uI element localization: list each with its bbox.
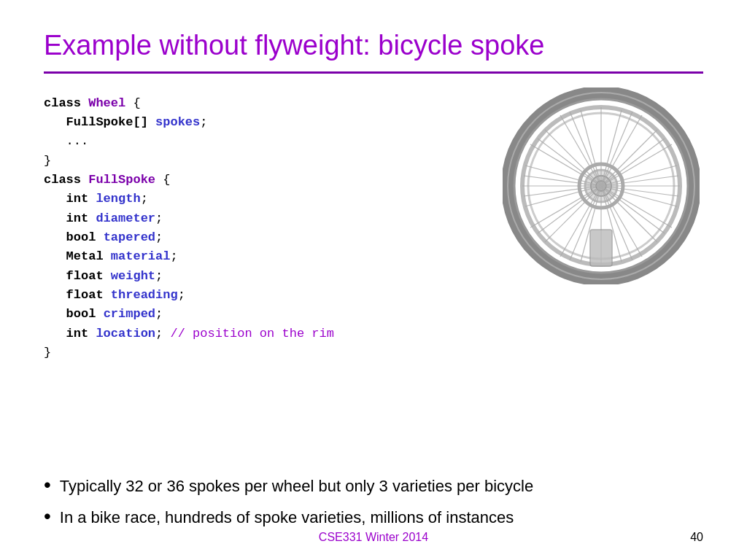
code-line-3: ...: [44, 132, 484, 151]
code-line-11: float threading;: [44, 286, 484, 305]
code-line-6: int length;: [44, 190, 484, 209]
footer-course: CSE331 Winter 2014: [0, 531, 747, 544]
code-line-14: }: [44, 343, 484, 362]
wheel-svg: [503, 88, 700, 284]
code-line-2: FullSpoke[] spokes;: [44, 113, 484, 132]
kw-float1: float: [66, 269, 111, 283]
bullet-item-1: • Typically 32 or 36 spokes per wheel bu…: [44, 475, 703, 498]
code-line-7: int diameter;: [44, 209, 484, 228]
bullet-text-2: In a bike race, hundreds of spoke variet…: [60, 507, 514, 529]
var-crimped: crimped: [104, 307, 155, 321]
kw-int2: int: [66, 211, 96, 225]
var-location: location: [96, 327, 155, 341]
var-length: length: [96, 192, 140, 206]
code-block: class Wheel { FullSpoke[] spokes; ... } …: [44, 91, 484, 464]
code-line-1: class Wheel {: [44, 94, 484, 113]
var-threading: threading: [111, 288, 178, 302]
kw-metal: Metal: [66, 249, 111, 263]
code-line-10: float weight;: [44, 267, 484, 286]
kw-fullspoke-arr: FullSpoke[]: [66, 115, 148, 129]
var-tapered: tapered: [104, 230, 155, 244]
kw-int1: int: [66, 192, 96, 206]
code-line-13: int location; // position on the rim: [44, 324, 484, 343]
kw-int3: int: [66, 327, 96, 341]
var-weight: weight: [111, 269, 155, 283]
code-line-5: class FullSpoke {: [44, 171, 484, 190]
code-line-9: Metal material;: [44, 247, 484, 266]
wheel-image: [499, 84, 703, 288]
var-spokes: spokes: [155, 115, 200, 129]
title-divider: [44, 71, 703, 74]
bullet-item-2: • In a bike race, hundreds of spoke vari…: [44, 507, 703, 529]
svg-line-44: [570, 112, 601, 186]
footer-page: 40: [690, 531, 703, 544]
var-diameter: diameter: [96, 211, 155, 225]
var-material: material: [111, 249, 171, 263]
bullet-text-1: Typically 32 or 36 spokes per wheel but …: [60, 475, 533, 498]
comment-position: // position on the rim: [170, 327, 333, 341]
cn-wheel: Wheel: [88, 96, 125, 110]
code-line-8: bool tapered;: [44, 228, 484, 247]
content-area: class Wheel { FullSpoke[] spokes; ... } …: [44, 91, 703, 464]
svg-line-33: [601, 112, 632, 186]
bullet-dot-2: •: [44, 505, 51, 528]
svg-rect-45: [590, 230, 612, 266]
cn-fullspoke: FullSpoke: [88, 173, 155, 187]
kw-bool1: bool: [66, 230, 104, 244]
slide: Example without flyweight: bicycle spoke…: [0, 0, 747, 560]
bullet-dot-1: •: [44, 474, 51, 497]
kw-class2: class: [44, 173, 88, 187]
kw-float2: float: [66, 288, 111, 302]
kw-class1: class: [44, 96, 88, 110]
code-line-12: bool crimped;: [44, 305, 484, 324]
kw-bool2: bool: [66, 307, 104, 321]
bullet-section: • Typically 32 or 36 spokes per wheel bu…: [44, 475, 703, 538]
slide-title: Example without flyweight: bicycle spoke: [44, 29, 703, 63]
code-line-4: }: [44, 152, 484, 171]
